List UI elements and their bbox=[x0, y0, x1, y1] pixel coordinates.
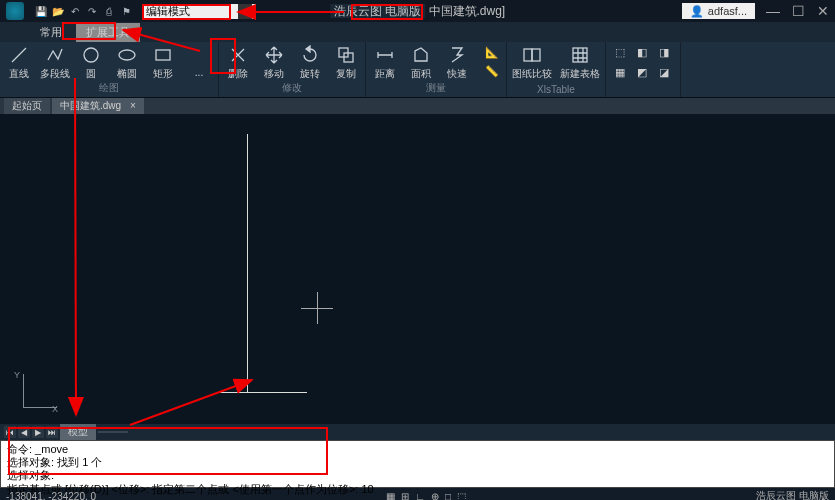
drawing-canvas[interactable]: Y X bbox=[0, 114, 835, 424]
ribbon-tabbar: 常用 扩展工具 bbox=[0, 22, 835, 42]
tool-circle[interactable]: 圆 bbox=[78, 44, 104, 81]
mini-tool-6[interactable]: ◪ bbox=[656, 64, 672, 80]
tool-move[interactable]: 移动 bbox=[261, 44, 287, 81]
mini-tool-2[interactable]: ◧ bbox=[634, 44, 650, 60]
tool-area[interactable]: 面积 bbox=[408, 44, 434, 81]
svg-rect-5 bbox=[524, 49, 532, 61]
group-label-draw: 绘图 bbox=[99, 81, 119, 95]
svg-rect-7 bbox=[573, 48, 587, 62]
sb-toggle-group: ▦ ⊞ ∟ ⊕ □ ⬚ bbox=[386, 491, 466, 501]
user-icon: 👤 bbox=[690, 5, 704, 18]
close-button[interactable]: ✕ bbox=[817, 3, 829, 19]
sb-dyn-icon[interactable]: ⬚ bbox=[457, 491, 466, 501]
tool-distance[interactable]: 距离 bbox=[372, 44, 398, 81]
qat-undo-icon[interactable]: ↶ bbox=[68, 4, 82, 18]
cmd-line-2: 选择对象: 找到 1 个 bbox=[7, 456, 828, 469]
titlebar: 💾 📂 ↶ ↷ ⎙ ⚑ 编辑模式 浩辰云图 电脑版 中国建筑.dwg] 👤 ad… bbox=[0, 0, 835, 22]
sb-ortho-icon[interactable]: ∟ bbox=[415, 491, 425, 501]
crosshair-h bbox=[301, 308, 333, 309]
document-tabs: 起始页 中国建筑.dwg × bbox=[0, 98, 835, 114]
app-logo-icon bbox=[6, 2, 24, 20]
group-measure: 距离 面积 快速 📐 📏 测量 bbox=[366, 42, 507, 97]
cmd-line-1: 命令: _move bbox=[7, 443, 828, 456]
window-buttons: — ☐ ✕ bbox=[766, 3, 829, 19]
minimize-button[interactable]: — bbox=[766, 3, 780, 19]
status-brand: 浩辰云图 电脑版 bbox=[756, 489, 829, 500]
doctab-file[interactable]: 中国建筑.dwg × bbox=[52, 98, 144, 114]
geometry-vline bbox=[247, 134, 248, 392]
group-label-measure: 测量 bbox=[426, 81, 446, 95]
mt-prev[interactable]: ◀ bbox=[18, 426, 30, 438]
qat-redo-icon[interactable]: ↷ bbox=[85, 4, 99, 18]
cmd-line-3: 选择对象: bbox=[7, 469, 828, 482]
model-tabs: ⏮ ◀ ▶ ⏭ 模型 bbox=[0, 424, 835, 440]
mini-tool-1[interactable]: ⬚ bbox=[612, 44, 628, 60]
maximize-button[interactable]: ☐ bbox=[792, 3, 805, 19]
mt-next[interactable]: ▶ bbox=[32, 426, 44, 438]
mode-label: 编辑模式 bbox=[146, 4, 190, 19]
sb-grid-icon[interactable]: ▦ bbox=[386, 491, 395, 501]
mt-last[interactable]: ⏭ bbox=[46, 426, 58, 438]
tab-extension-tools[interactable]: 扩展工具 bbox=[76, 23, 140, 42]
user-name: adfasf... bbox=[708, 5, 747, 17]
svg-rect-2 bbox=[156, 50, 170, 60]
svg-rect-6 bbox=[532, 49, 540, 61]
group-modify: 删除 移动 旋转 复制 修改 bbox=[219, 42, 366, 97]
group-draw: 直线 多段线 圆 椭圆 矩形 ... 绘图 bbox=[0, 42, 219, 97]
tab-model[interactable]: 模型 bbox=[60, 424, 96, 440]
sb-polar-icon[interactable]: ⊕ bbox=[431, 491, 439, 501]
sb-osnap-icon[interactable]: □ bbox=[445, 491, 451, 501]
tool-rotate[interactable]: 旋转 bbox=[297, 44, 323, 81]
mini-tool-3[interactable]: ◨ bbox=[656, 44, 672, 60]
tool-newtable[interactable]: 新建表格 bbox=[561, 44, 599, 81]
doc-title: 中国建筑.dwg] bbox=[429, 4, 506, 18]
tool-ellipse[interactable]: 椭圆 bbox=[114, 44, 140, 81]
doctab-close-icon[interactable]: × bbox=[130, 100, 136, 111]
coords: -138041, -234220, 0 bbox=[6, 491, 96, 501]
tab-common[interactable]: 常用 bbox=[30, 23, 72, 42]
tool-fast[interactable]: 快速 bbox=[444, 44, 470, 81]
tool-copy[interactable]: 复制 bbox=[333, 44, 359, 81]
qat-save-icon[interactable]: 💾 bbox=[34, 4, 48, 18]
group-compare: 图纸比较 新建表格 XlsTable bbox=[507, 42, 606, 97]
app-title: 浩辰云图 电脑版 bbox=[330, 4, 425, 18]
tab-layout1[interactable] bbox=[98, 431, 128, 433]
tool-more[interactable]: ... bbox=[186, 44, 212, 78]
mode-dropdown[interactable]: 编辑模式 bbox=[142, 4, 256, 19]
tool-compare[interactable]: 图纸比较 bbox=[513, 44, 551, 81]
group-label-modify: 修改 bbox=[282, 81, 302, 95]
group-label-xlstable: XlsTable bbox=[537, 84, 575, 95]
tool-delete[interactable]: 删除 bbox=[225, 44, 251, 81]
sb-snap-icon[interactable]: ⊞ bbox=[401, 491, 409, 501]
svg-point-1 bbox=[119, 50, 135, 60]
tool-polyline[interactable]: 多段线 bbox=[42, 44, 68, 81]
command-window[interactable]: 命令: _move 选择对象: 找到 1 个 选择对象: 指定基点或 [位移(D… bbox=[0, 440, 835, 488]
ribbon: 直线 多段线 圆 椭圆 矩形 ... 绘图 删除 移动 旋转 复制 修改 距离 … bbox=[0, 42, 835, 98]
mini-tool-5[interactable]: ◩ bbox=[634, 64, 650, 80]
tool-rect[interactable]: 矩形 bbox=[150, 44, 176, 81]
svg-point-0 bbox=[84, 48, 98, 62]
tool-line[interactable]: 直线 bbox=[6, 44, 32, 81]
ucs-icon: Y X bbox=[14, 374, 54, 414]
qat-open-icon[interactable]: 📂 bbox=[51, 4, 65, 18]
title-text: 浩辰云图 电脑版 中国建筑.dwg] bbox=[330, 3, 505, 20]
mini-measure-1[interactable]: 📐 bbox=[484, 44, 500, 60]
mode-arrow-icon bbox=[238, 4, 252, 19]
mini-measure-2[interactable]: 📏 bbox=[484, 63, 500, 79]
qat-flag-icon[interactable]: ⚑ bbox=[119, 4, 133, 18]
doctab-start[interactable]: 起始页 bbox=[4, 98, 50, 114]
qat-print-icon[interactable]: ⎙ bbox=[102, 4, 116, 18]
group-misc: ⬚ ◧ ◨ ▦ ◩ ◪ bbox=[606, 42, 681, 97]
user-badge[interactable]: 👤 adfasf... bbox=[682, 3, 755, 19]
geometry-hline bbox=[219, 392, 307, 393]
mt-first[interactable]: ⏮ bbox=[4, 426, 16, 438]
mini-tool-4[interactable]: ▦ bbox=[612, 64, 628, 80]
